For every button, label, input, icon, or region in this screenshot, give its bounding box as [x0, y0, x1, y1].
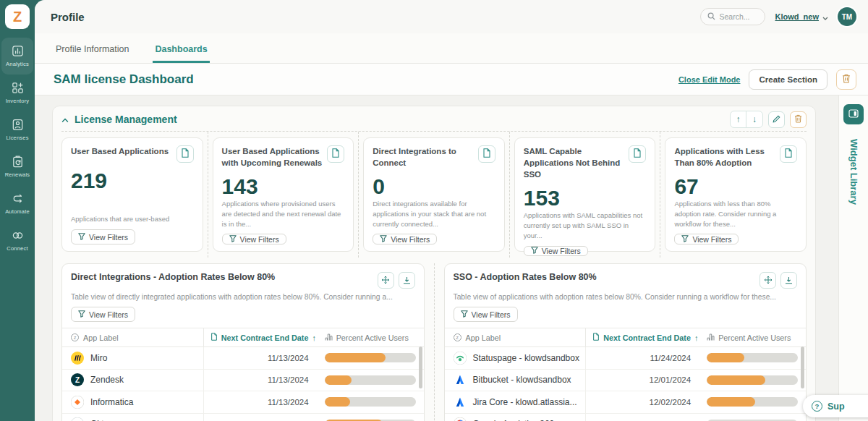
search-box[interactable]: [700, 8, 765, 25]
support-button[interactable]: ? Sup: [803, 395, 868, 417]
section-title: License Management: [75, 114, 177, 125]
filter-icon: [531, 247, 538, 255]
document-icon: [633, 148, 642, 161]
stat-card-upcoming-renewals: User Based Applications with Upcoming Re…: [213, 137, 354, 252]
contract-end-date: 11/24/2024: [585, 347, 701, 369]
widget-detail-button[interactable]: [629, 145, 646, 163]
view-filters-button[interactable]: View Filters: [71, 307, 135, 322]
table-scrollbar[interactable]: [801, 346, 804, 388]
sidebar-item-licenses[interactable]: Licenses: [0, 111, 35, 148]
table-row[interactable]: Google Analytics 360 12/17/2024: [445, 414, 807, 421]
logo-letter: Z: [13, 9, 22, 25]
column-app-label[interactable]: zApp Label: [62, 333, 203, 342]
analytics-icon: [11, 44, 25, 58]
sidebar-item-analytics[interactable]: Analytics: [1, 38, 33, 75]
view-filters-label: View Filters: [89, 233, 128, 242]
document-icon: [331, 148, 340, 161]
section-collapse-toggle[interactable]: License Management: [61, 113, 177, 126]
stat-card-title: Applications with Less Than 80% Adoption: [674, 145, 775, 169]
download-button[interactable]: [780, 272, 797, 289]
dashboard-title: SAM license Dashboard: [54, 72, 194, 87]
main-area: Profile Klowd_new TM Profile Information…: [35, 0, 868, 421]
filter-icon: [78, 233, 85, 242]
percent-active-bar: [325, 375, 416, 385]
sort-ascending-icon: ↑: [694, 333, 699, 342]
column-app-label[interactable]: zApp Label: [445, 333, 586, 342]
widget-library-label[interactable]: Widget Library: [848, 139, 859, 205]
dashboard-header: SAM license Dashboard Close Edit Mode Cr…: [35, 64, 868, 95]
stat-card-title: User Based Applications with Upcoming Re…: [222, 145, 323, 169]
percent-active-bar: [707, 397, 798, 407]
delete-section-button[interactable]: [790, 111, 807, 128]
view-filters-button[interactable]: View Filters: [373, 234, 437, 244]
column-percent-active-users[interactable]: Percent Active Users: [701, 333, 806, 342]
view-filters-button[interactable]: View Filters: [454, 307, 518, 322]
tab-dashboards[interactable]: Dashboards: [153, 44, 209, 63]
app-name: Jira Core - klowd.atlassia...: [473, 397, 577, 407]
stat-card-value: 143: [222, 174, 345, 199]
statuspage-logo-icon: [454, 352, 467, 365]
move-section-up-button[interactable]: ↑: [731, 111, 746, 127]
miro-logo-icon: [71, 352, 84, 365]
app-icon: z: [71, 333, 79, 341]
stat-card-description: Applications with less than 80% adoption…: [674, 199, 797, 229]
move-widget-button[interactable]: [378, 272, 394, 289]
view-filters-label: View Filters: [391, 235, 430, 244]
view-filters-button[interactable]: View Filters: [524, 246, 588, 256]
grid-column: Direct Integrations to Connect 0 Direct …: [359, 132, 510, 258]
sidebar-item-renewals[interactable]: Renewals: [0, 148, 35, 185]
widget-detail-button[interactable]: [780, 145, 797, 163]
table-row[interactable]: ZZendesk 11/13/2024: [62, 370, 424, 392]
column-next-contract-end-date[interactable]: Next Contract End Date↑: [585, 328, 701, 346]
org-name: Klowd_new: [775, 12, 819, 21]
grid-column: SSO - Adoption Rates Below 80% Table vie…: [435, 263, 807, 421]
sidebar-label: Renewals: [5, 171, 30, 178]
table-row[interactable]: Informatica 11/13/2024: [62, 391, 424, 414]
move-section-down-button[interactable]: ↓: [746, 111, 762, 127]
move-icon: [764, 274, 773, 287]
download-button[interactable]: [399, 272, 415, 289]
view-filters-button[interactable]: View Filters: [71, 229, 135, 244]
document-icon: [592, 333, 600, 342]
contract-end-date: 12/17/2024: [585, 414, 701, 421]
view-filters-button[interactable]: View Filters: [674, 234, 739, 244]
bar-chart-icon: [325, 333, 333, 342]
table-row[interactable]: Jira Core - klowd.atlassia... 12/02/2024: [445, 391, 807, 414]
close-edit-mode-link[interactable]: Close Edit Mode: [678, 75, 741, 84]
stat-card-description: Applications with SAML capabilities not …: [524, 210, 647, 240]
search-input[interactable]: [719, 12, 761, 21]
trash-icon: [842, 73, 851, 86]
edit-section-button[interactable]: [768, 111, 785, 128]
sidebar-item-connect[interactable]: Connect: [0, 222, 35, 259]
table-row[interactable]: Statuspage - klowdsandbox 11/24/2024: [445, 347, 807, 370]
org-switcher[interactable]: Klowd_new: [775, 10, 828, 23]
view-filters-button[interactable]: View Filters: [222, 234, 286, 244]
table-row[interactable]: Miro 11/13/2024: [62, 347, 424, 370]
grid-column: User Based Applications with Upcoming Re…: [208, 132, 359, 258]
sidebar-label: Analytics: [6, 61, 29, 67]
table-row[interactable]: oktaOkta 11/14/2024: [62, 414, 424, 421]
widget-detail-button[interactable]: [327, 145, 344, 163]
column-percent-active-users[interactable]: Percent Active Users: [319, 333, 424, 342]
filter-icon: [78, 310, 85, 319]
okta-logo-icon: okta: [71, 417, 84, 421]
sidebar-item-inventory[interactable]: Inventory: [0, 75, 35, 111]
table-row[interactable]: Bitbucket - klowdsandbox 12/01/2024: [445, 370, 807, 392]
svg-text:Z: Z: [75, 376, 80, 384]
tab-profile-information[interactable]: Profile Information: [54, 44, 131, 63]
column-next-contract-end-date[interactable]: Next Contract End Date↑: [203, 328, 319, 346]
widget-library-toggle-button[interactable]: [843, 104, 864, 124]
avatar[interactable]: TM: [838, 7, 856, 26]
widget-detail-button[interactable]: [176, 145, 194, 163]
widget-detail-button[interactable]: [478, 145, 495, 163]
create-section-button[interactable]: Create Section: [749, 69, 827, 90]
stat-card-direct-integrations: Direct Integrations to Connect 0 Direct …: [363, 137, 505, 252]
delete-dashboard-button[interactable]: [836, 69, 856, 90]
zylo-logo[interactable]: Z: [5, 4, 30, 29]
bar-chart-icon: [707, 333, 715, 342]
move-widget-button[interactable]: [760, 272, 776, 289]
app-icon: z: [454, 333, 461, 341]
sidebar-label: Automate: [5, 208, 30, 215]
sidebar-item-automate[interactable]: Automate: [0, 185, 35, 222]
table-scrollbar[interactable]: [419, 346, 422, 388]
